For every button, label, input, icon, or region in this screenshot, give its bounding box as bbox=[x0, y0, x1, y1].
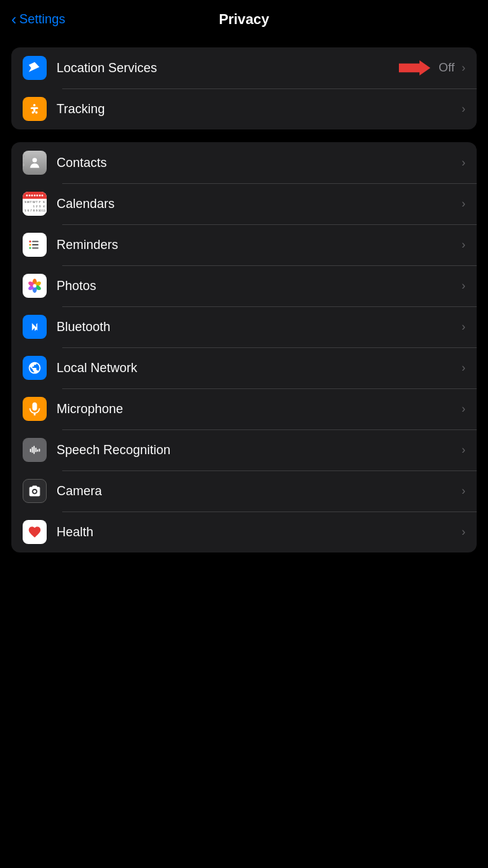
svg-marker-0 bbox=[399, 60, 430, 75]
row-microphone[interactable]: Microphone › bbox=[11, 388, 477, 429]
svg-rect-20 bbox=[35, 448, 37, 453]
svg-point-1 bbox=[32, 111, 34, 113]
row-health[interactable]: Health › bbox=[11, 511, 477, 552]
red-arrow-annotation bbox=[399, 58, 431, 78]
back-label: Settings bbox=[19, 12, 65, 27]
row-location-services[interactable]: Location Services Off › bbox=[11, 47, 477, 88]
speech-recognition-label: Speech Recognition bbox=[57, 443, 462, 458]
photos-label: Photos bbox=[57, 279, 462, 294]
svg-point-4 bbox=[29, 241, 31, 243]
svg-point-16 bbox=[33, 284, 37, 288]
contacts-label: Contacts bbox=[57, 156, 462, 170]
row-camera[interactable]: Camera › bbox=[11, 470, 477, 511]
location-services-icon bbox=[23, 56, 47, 80]
health-label: Health bbox=[57, 525, 462, 540]
tracking-chevron-icon: › bbox=[462, 103, 465, 115]
svg-rect-17 bbox=[30, 449, 31, 452]
svg-point-6 bbox=[29, 244, 31, 246]
section-top: Location Services Off › Tracking › bbox=[11, 47, 477, 129]
svg-point-2 bbox=[35, 111, 37, 113]
svg-rect-7 bbox=[32, 244, 38, 245]
microphone-chevron-icon: › bbox=[462, 403, 465, 415]
camera-label: Camera bbox=[57, 484, 462, 499]
microphone-icon bbox=[23, 397, 47, 421]
photos-icon bbox=[23, 274, 47, 298]
section-permissions: Contacts › ●●●●●●● S M T W T F S bbox=[11, 142, 477, 552]
row-speech-recognition[interactable]: Speech Recognition › bbox=[11, 429, 477, 470]
microphone-label: Microphone bbox=[57, 402, 462, 417]
calendars-icon: ●●●●●●● S M T W T F S 1 2 3 4 bbox=[23, 192, 47, 216]
reminders-label: Reminders bbox=[57, 238, 462, 253]
page-title: Privacy bbox=[219, 11, 269, 28]
tracking-label: Tracking bbox=[57, 102, 462, 117]
svg-rect-21 bbox=[37, 449, 38, 451]
bluetooth-label: Bluetooth bbox=[57, 320, 462, 335]
svg-rect-5 bbox=[32, 241, 38, 243]
bluetooth-chevron-icon: › bbox=[462, 320, 465, 333]
svg-rect-9 bbox=[32, 248, 38, 249]
health-chevron-icon: › bbox=[462, 526, 465, 538]
svg-point-3 bbox=[33, 158, 37, 162]
svg-rect-18 bbox=[32, 447, 33, 453]
contacts-chevron-icon: › bbox=[462, 156, 465, 169]
camera-chevron-icon: › bbox=[462, 485, 465, 497]
calendars-chevron-icon: › bbox=[462, 197, 465, 210]
page-header: ‹ Settings Privacy bbox=[0, 0, 488, 35]
speech-recognition-chevron-icon: › bbox=[462, 444, 465, 456]
row-reminders[interactable]: Reminders › bbox=[11, 224, 477, 265]
row-photos[interactable]: Photos › bbox=[11, 265, 477, 306]
location-services-right: Off › bbox=[399, 58, 465, 78]
local-network-chevron-icon: › bbox=[462, 361, 465, 374]
back-chevron-icon: ‹ bbox=[11, 12, 16, 28]
tracking-icon bbox=[23, 97, 47, 121]
photos-chevron-icon: › bbox=[462, 279, 465, 292]
tracking-right: › bbox=[462, 103, 465, 115]
location-services-label: Location Services bbox=[57, 61, 399, 76]
location-services-chevron-icon: › bbox=[462, 62, 465, 74]
location-services-value: Off bbox=[438, 61, 454, 75]
camera-icon bbox=[23, 479, 47, 503]
row-contacts[interactable]: Contacts › bbox=[11, 142, 477, 183]
local-network-icon bbox=[23, 356, 47, 380]
svg-rect-19 bbox=[33, 446, 35, 454]
speech-recognition-icon bbox=[23, 438, 47, 462]
svg-point-23 bbox=[33, 490, 36, 493]
reminders-icon bbox=[23, 233, 47, 257]
local-network-label: Local Network bbox=[57, 361, 462, 376]
svg-point-8 bbox=[29, 247, 31, 249]
back-button[interactable]: ‹ Settings bbox=[11, 12, 65, 28]
calendars-label: Calendars bbox=[57, 197, 462, 212]
row-calendars[interactable]: ●●●●●●● S M T W T F S 1 2 3 4 bbox=[11, 183, 477, 224]
health-icon bbox=[23, 520, 47, 544]
reminders-chevron-icon: › bbox=[462, 238, 465, 251]
svg-rect-22 bbox=[39, 449, 40, 451]
row-local-network[interactable]: Local Network › bbox=[11, 347, 477, 388]
contacts-icon bbox=[23, 151, 47, 175]
row-tracking[interactable]: Tracking › bbox=[11, 88, 477, 129]
row-bluetooth[interactable]: Bluetooth › bbox=[11, 306, 477, 347]
bluetooth-icon bbox=[23, 315, 47, 339]
